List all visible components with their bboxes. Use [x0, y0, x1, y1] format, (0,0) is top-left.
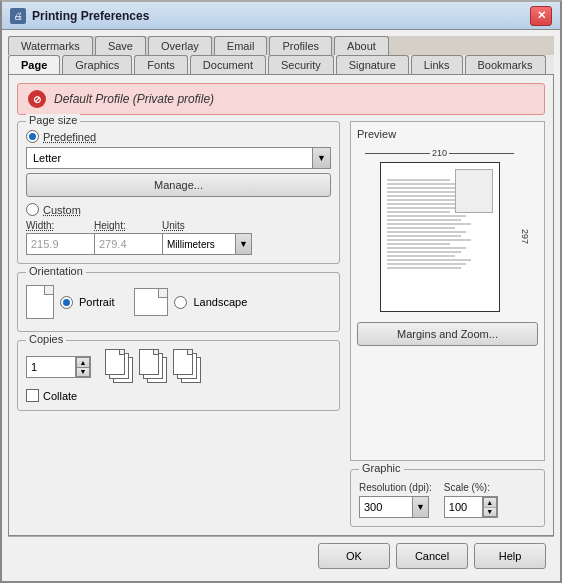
- resolution-arrow: ▼: [412, 497, 428, 517]
- dim-right: 297: [514, 162, 536, 312]
- copies-spinner: ▲ ▼: [75, 356, 91, 378]
- scale-up-btn[interactable]: ▲: [483, 497, 497, 508]
- top-tab-row: Watermarks Save Overlay Email Profiles A…: [8, 36, 554, 55]
- portrait-option[interactable]: Portrait: [26, 285, 114, 319]
- left-panel: Page size Predefined Letter ▼: [17, 121, 340, 527]
- resolution-dropdown-wrapper: 300 ▼: [359, 496, 432, 518]
- paper-size-dropdown[interactable]: Letter ▼: [26, 147, 331, 169]
- copy-icon-1: [105, 349, 137, 385]
- preview-group: Preview 210: [350, 121, 545, 461]
- scale-input[interactable]: [444, 496, 482, 518]
- width-field-group: Width: ▲ ▼: [26, 220, 86, 255]
- tab-security[interactable]: Security: [268, 55, 334, 74]
- page-size-group: Page size Predefined Letter ▼: [17, 121, 340, 264]
- tab-email[interactable]: Email: [214, 36, 268, 55]
- main-layout: Page size Predefined Letter ▼: [17, 121, 545, 527]
- width-label: Width:: [26, 220, 86, 231]
- landscape-option[interactable]: Landscape: [134, 288, 247, 316]
- cancel-button[interactable]: Cancel: [396, 543, 468, 569]
- manage-button[interactable]: Manage...: [26, 173, 331, 197]
- preview-page: [380, 162, 500, 312]
- paper-size-value: Letter: [33, 152, 312, 164]
- window-title: Printing Preferences: [32, 9, 530, 23]
- orientation-options: Portrait Landscape: [26, 281, 331, 323]
- copies-input[interactable]: [26, 356, 76, 378]
- close-button[interactable]: ✕: [530, 6, 552, 26]
- preview-wrapper: 210 297: [357, 144, 538, 316]
- bottom-bar: OK Cancel Help: [8, 536, 554, 575]
- tab-profiles[interactable]: Profiles: [269, 36, 332, 55]
- units-value: Millimeters: [167, 239, 235, 250]
- graphic-group: Graphic Resolution (dpi): 300 ▼: [350, 469, 545, 527]
- tab-watermarks[interactable]: Watermarks: [8, 36, 93, 55]
- copies-down-btn[interactable]: ▼: [76, 368, 90, 378]
- paper-size-arrow: ▼: [312, 148, 330, 168]
- resolution-value: 300: [364, 501, 382, 513]
- units-label: Units: [162, 220, 252, 231]
- landscape-radio[interactable]: [174, 296, 187, 309]
- help-button[interactable]: Help: [474, 543, 546, 569]
- custom-fields: Width: ▲ ▼: [26, 220, 331, 255]
- scale-spinner-btns: ▲ ▼: [482, 496, 498, 518]
- copies-up-btn[interactable]: ▲: [76, 357, 90, 368]
- right-panel: Preview 210: [350, 121, 545, 527]
- tab-save[interactable]: Save: [95, 36, 146, 55]
- copies-row: ▲ ▼: [26, 349, 331, 385]
- copies-field-wrapper: ▲ ▼: [26, 356, 91, 378]
- tab-signature[interactable]: Signature: [336, 55, 409, 74]
- portrait-radio[interactable]: [60, 296, 73, 309]
- scale-label: Scale (%):: [444, 482, 500, 493]
- units-arrow: ▼: [235, 234, 251, 254]
- tab-overlay[interactable]: Overlay: [148, 36, 212, 55]
- units-dropdown[interactable]: Millimeters ▼: [162, 233, 252, 255]
- custom-radio[interactable]: [26, 203, 39, 216]
- landscape-icon: [134, 288, 168, 316]
- tab-content: ⊘ Default Profile (Private profile) Page…: [8, 74, 554, 536]
- tab-bookmarks[interactable]: Bookmarks: [465, 55, 546, 74]
- units-field-group: Units Millimeters ▼: [162, 220, 252, 255]
- margins-zoom-button[interactable]: Margins and Zoom...: [357, 322, 538, 346]
- page-size-label: Page size: [26, 114, 80, 126]
- tab-page[interactable]: Page: [8, 55, 60, 74]
- profile-icon: ⊘: [28, 90, 46, 108]
- width-spinner: ▲ ▼: [26, 233, 86, 255]
- landscape-label: Landscape: [193, 296, 247, 308]
- tab-links[interactable]: Links: [411, 55, 463, 74]
- collate-row: Collate: [26, 389, 331, 402]
- scale-down-btn[interactable]: ▼: [483, 508, 497, 518]
- copies-label: Copies: [26, 333, 66, 345]
- orientation-label: Orientation: [26, 265, 86, 277]
- copy-icons: [105, 349, 205, 385]
- preview-label: Preview: [357, 128, 538, 140]
- copy-icon-2: [139, 349, 171, 385]
- predefined-label: Predefined: [43, 131, 96, 143]
- resolution-dropdown[interactable]: 300 ▼: [359, 496, 429, 518]
- title-bar: 🖨 Printing Preferences ✕: [2, 2, 560, 30]
- predefined-radio[interactable]: [26, 130, 39, 143]
- dim-v-value: 297: [520, 229, 530, 244]
- dim-top: 210: [365, 144, 514, 162]
- profile-text: Default Profile (Private profile): [54, 92, 214, 106]
- page-header-box: [455, 169, 493, 213]
- scale-spinner: ▲ ▼: [444, 496, 500, 518]
- height-spinner: ▲ ▼: [94, 233, 154, 255]
- custom-radio-option[interactable]: Custom: [26, 203, 331, 216]
- copies-group: Copies ▲ ▼: [17, 340, 340, 411]
- tab-about[interactable]: About: [334, 36, 389, 55]
- page-front2: [139, 349, 159, 375]
- portrait-label: Portrait: [79, 296, 114, 308]
- tab-document[interactable]: Document: [190, 55, 266, 74]
- profile-banner: ⊘ Default Profile (Private profile): [17, 83, 545, 115]
- dim-h-value: 210: [432, 148, 447, 158]
- custom-label: Custom: [43, 204, 81, 216]
- main-window: 🖨 Printing Preferences ✕ Watermarks Save…: [0, 0, 562, 583]
- tab-graphics[interactable]: Graphics: [62, 55, 132, 74]
- predefined-radio-option[interactable]: Predefined: [26, 130, 331, 143]
- copy-icon-3: [173, 349, 205, 385]
- tab-fonts[interactable]: Fonts: [134, 55, 188, 74]
- ok-button[interactable]: OK: [318, 543, 390, 569]
- scale-field: Scale (%): ▲ ▼: [444, 482, 500, 518]
- graphic-label: Graphic: [359, 462, 404, 474]
- bottom-tab-row: Page Graphics Fonts Document Security Si…: [8, 55, 554, 74]
- collate-checkbox[interactable]: [26, 389, 39, 402]
